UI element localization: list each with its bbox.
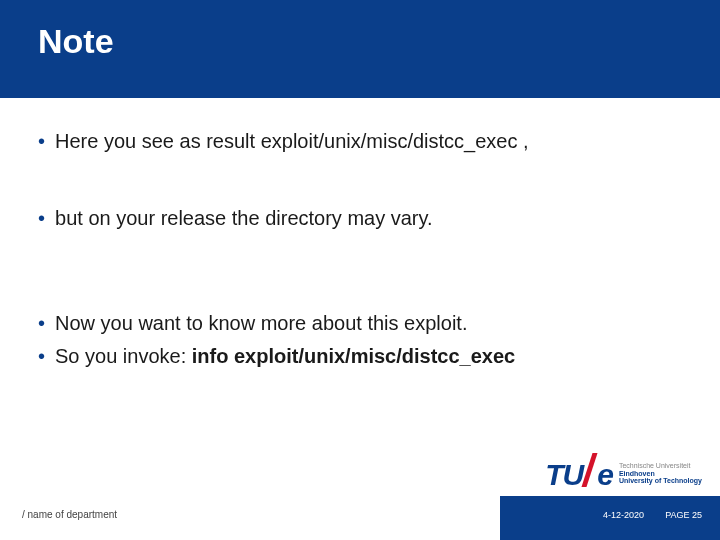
bullet-text: So you invoke: info exploit/unix/misc/di… [55, 343, 515, 370]
footer-page: PAGE 25 [665, 510, 702, 520]
bullet-item: • So you invoke: info exploit/unix/misc/… [38, 343, 682, 370]
bullet-icon: • [38, 205, 45, 232]
bullet-text: Here you see as result exploit/unix/misc… [55, 128, 529, 155]
bullet-text-prefix: So you invoke: [55, 345, 192, 367]
bullet-icon: • [38, 128, 45, 155]
slide-content: • Here you see as result exploit/unix/mi… [38, 128, 682, 376]
bullet-icon: • [38, 310, 45, 337]
bullet-text: Now you want to know more about this exp… [55, 310, 467, 337]
slide-title: Note [38, 22, 114, 61]
bullet-item: • Now you want to know more about this e… [38, 310, 682, 337]
bullet-icon: • [38, 343, 45, 370]
bullet-item: • Here you see as result exploit/unix/mi… [38, 128, 682, 155]
bullet-item: • but on your release the directory may … [38, 205, 682, 232]
bullet-text: but on your release the directory may va… [55, 205, 433, 232]
department-label: / name of department [22, 509, 117, 520]
footer-date: 4-12-2020 [603, 510, 644, 520]
bullet-text-bold: info exploit/unix/misc/distcc_exec [192, 345, 515, 367]
slide-footer: / name of department 4-12-2020 PAGE 25 [0, 468, 720, 540]
